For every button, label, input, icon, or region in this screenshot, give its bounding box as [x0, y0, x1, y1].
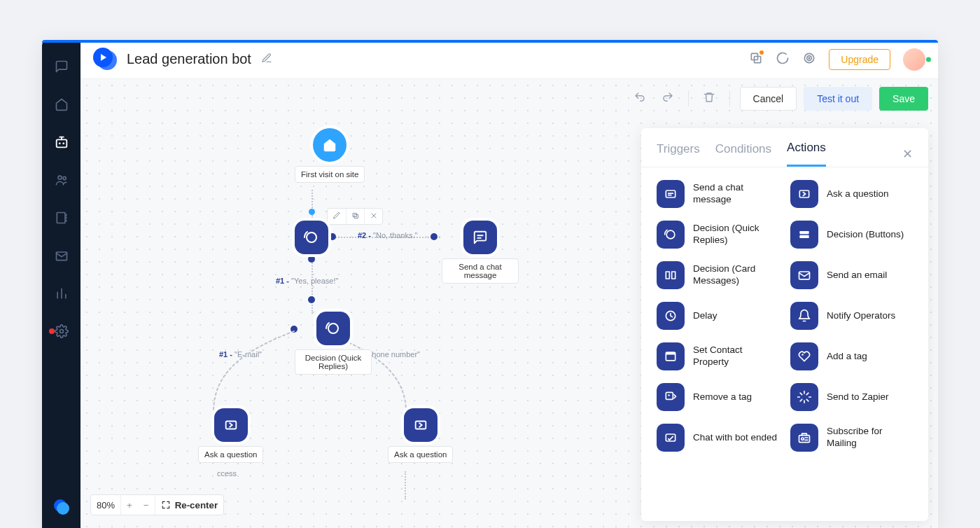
actions-panel: Triggers Conditions Actions ✕ Send a cha…	[641, 128, 928, 521]
node-send-chat[interactable]: Send a chat message	[442, 221, 519, 284]
action-icon	[790, 424, 818, 452]
action-icon	[657, 424, 685, 452]
tab-actions[interactable]: Actions	[787, 141, 826, 167]
action-item[interactable]: Send an email	[790, 261, 913, 289]
node-decision-2[interactable]: Decision (Quick Replies)	[295, 312, 372, 375]
action-item[interactable]: Notify Operators	[790, 302, 913, 330]
notification-dot	[49, 328, 55, 334]
svg-point-1	[58, 142, 60, 144]
svg-rect-26	[799, 272, 810, 279]
action-label: Decision (Buttons)	[827, 229, 904, 241]
svg-rect-23	[799, 235, 808, 238]
svg-rect-22	[799, 231, 808, 234]
canvas-toolbar: Cancel Test it out Save	[80, 79, 938, 118]
sidebar-stats-icon[interactable]	[52, 284, 71, 303]
action-item[interactable]: Send to Zapier	[790, 383, 913, 411]
action-icon	[657, 261, 685, 289]
recenter-icon[interactable]: Re-center	[155, 495, 223, 515]
action-item[interactable]: Subscribe for Mailing	[790, 424, 913, 452]
node-ask-1[interactable]: Ask a question	[198, 408, 263, 463]
svg-rect-29	[666, 352, 675, 354]
port	[430, 233, 438, 240]
sidebar-contacts-icon[interactable]	[52, 208, 71, 228]
zoom-in-icon[interactable]: +	[120, 495, 138, 515]
copy-icon[interactable]	[749, 51, 763, 68]
action-item[interactable]: Ask a question	[790, 180, 913, 208]
node-label: Send a chat message	[442, 258, 519, 284]
action-icon	[657, 221, 685, 249]
copy-icon[interactable]	[346, 209, 364, 224]
action-item[interactable]: Add a tag	[790, 342, 913, 370]
node-start[interactable]: First visit on site	[295, 128, 365, 183]
undo-icon[interactable]	[629, 87, 650, 111]
action-label: Remove a tag	[693, 391, 752, 403]
action-icon	[790, 221, 818, 249]
tab-conditions[interactable]: Conditions	[715, 142, 771, 166]
upgrade-button[interactable]: Upgrade	[829, 49, 890, 70]
action-item[interactable]: Decision (Quick Replies)	[657, 221, 779, 249]
svg-point-12	[808, 57, 810, 59]
node-decision-1[interactable]	[295, 221, 328, 254]
close-icon[interactable]	[364, 209, 382, 224]
action-label: Delay	[693, 310, 718, 322]
action-item[interactable]: Chat with bot ended	[657, 424, 779, 452]
action-item[interactable]: Set Contact Property	[657, 342, 779, 370]
svg-point-32	[668, 394, 670, 396]
test-button[interactable]: Test it out	[804, 87, 872, 111]
pencil-icon[interactable]	[328, 209, 346, 224]
port	[309, 209, 315, 215]
svg-rect-20	[799, 190, 808, 197]
svg-point-30	[802, 354, 804, 356]
sidebar-settings-icon[interactable]	[52, 321, 71, 341]
save-button[interactable]: Save	[879, 87, 928, 111]
svg-point-15	[307, 232, 316, 242]
edit-title-icon[interactable]	[261, 53, 272, 67]
refresh-icon[interactable]	[776, 51, 790, 68]
redo-icon[interactable]	[657, 87, 678, 111]
zoom-out-icon[interactable]: −	[138, 495, 155, 515]
sidebar-bot-icon[interactable]	[52, 132, 71, 152]
question-icon	[214, 408, 248, 442]
action-icon	[657, 302, 685, 330]
zoom-control: 80% + − Re-center	[90, 494, 224, 515]
action-icon	[657, 180, 685, 208]
svg-rect-17	[225, 422, 236, 429]
action-label: Send a chat message	[693, 182, 779, 206]
action-icon	[657, 383, 685, 411]
action-label: Decision (Card Messages)	[693, 263, 779, 287]
sidebar-home-icon[interactable]	[52, 95, 71, 114]
trash-icon[interactable]	[699, 87, 720, 111]
action-item[interactable]: Remove a tag	[657, 383, 779, 411]
node-mini-toolbar	[327, 208, 383, 225]
flow-canvas[interactable]: Cancel Test it out Save #2 - "No, thanks…	[80, 79, 938, 528]
sidebar-people-icon[interactable]	[52, 170, 71, 190]
tab-triggers[interactable]: Triggers	[657, 142, 700, 166]
svg-rect-5	[57, 213, 65, 223]
action-item[interactable]: Send a chat message	[657, 180, 779, 208]
sidebar-chat-icon[interactable]	[52, 57, 71, 76]
svg-point-21	[666, 230, 675, 239]
action-icon	[790, 342, 818, 370]
svg-point-35	[802, 438, 804, 440]
action-item[interactable]: Decision (Buttons)	[790, 221, 913, 249]
target-icon[interactable]	[802, 51, 816, 68]
decision-icon	[316, 312, 350, 345]
action-icon	[790, 302, 818, 330]
cancel-button[interactable]: Cancel	[740, 87, 797, 111]
svg-point-16	[328, 324, 338, 333]
edge-label: #2 - "No, thanks."	[358, 231, 417, 239]
action-label: Send to Zapier	[827, 391, 889, 403]
close-icon[interactable]: ✕	[902, 146, 913, 162]
sidebar-brand-icon[interactable]	[52, 497, 71, 517]
node-ask-2[interactable]: Ask a question	[388, 408, 453, 463]
svg-rect-25	[672, 272, 676, 279]
action-label: Ask a question	[827, 188, 889, 200]
action-item[interactable]: Delay	[657, 302, 779, 330]
sidebar-mail-icon[interactable]	[52, 246, 71, 265]
avatar[interactable]	[903, 48, 925, 71]
action-item[interactable]: Decision (Card Messages)	[657, 261, 779, 289]
action-label: Subscribe for Mailing	[827, 426, 913, 450]
svg-point-2	[62, 142, 64, 144]
action-label: Decision (Quick Replies)	[693, 223, 779, 246]
node-label: Decision (Quick Replies)	[295, 349, 372, 375]
